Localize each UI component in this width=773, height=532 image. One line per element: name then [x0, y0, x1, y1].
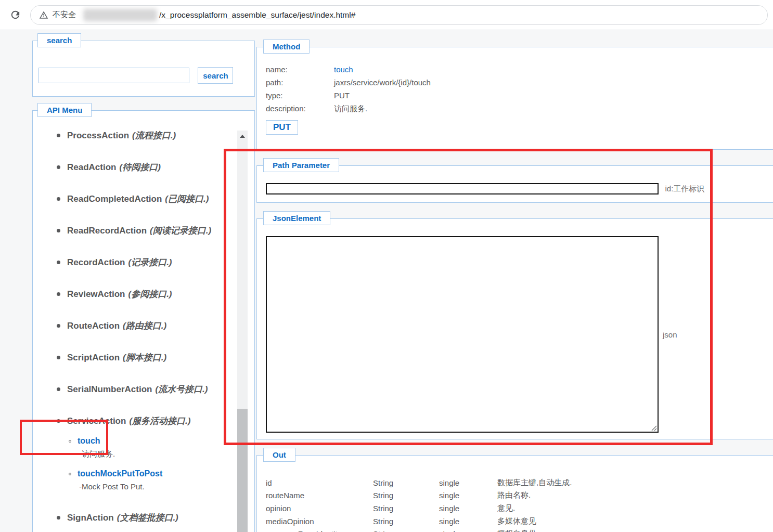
table-cell: id — [266, 478, 373, 487]
table-cell: 多媒体意见 — [497, 516, 773, 526]
menu-item-zh-label: (参阅接口.) — [128, 289, 172, 299]
table-cell: single — [439, 478, 497, 487]
menu-item-name: ScriptAction — [67, 353, 120, 362]
menu-item-zh-label: (记录接口.) — [128, 257, 172, 267]
put-execute-button[interactable]: PUT — [266, 120, 298, 135]
json-body-textarea[interactable] — [266, 236, 659, 433]
method-kv-label: name: — [266, 63, 334, 76]
reload-icon — [9, 9, 21, 21]
menu-item-name: ServiceAction — [67, 416, 126, 426]
table-cell: single — [439, 504, 497, 513]
menu-item-zh-label: (路由接口.) — [123, 321, 166, 331]
table-cell: single — [439, 517, 497, 526]
api-menu-legend: API Menu — [37, 103, 92, 117]
menu-scrollbar[interactable] — [237, 131, 248, 532]
table-cell: single — [439, 529, 497, 532]
bullet-icon — [57, 516, 60, 520]
table-cell: 数据库主键,自动生成. — [497, 478, 773, 488]
json-element-panel: JsonElement json — [256, 218, 773, 439]
out-panel: Out idStringsingle数据库主键,自动生成.routeNameSt… — [256, 455, 773, 532]
bullet-icon — [57, 419, 60, 423]
menu-item-name: ReviewAction — [67, 289, 125, 299]
method-kv-row: type:PUT — [266, 89, 773, 102]
textarea-resize-handle[interactable] — [651, 425, 657, 431]
sidebar-item-reviewaction[interactable]: ReviewAction(参阅接口.) — [57, 288, 244, 301]
method-kv-value: touch — [334, 65, 353, 74]
bullet-icon — [57, 324, 60, 328]
sidebar-item-readrecordaction[interactable]: ReadRecordAction(阅读记录接口.) — [57, 225, 244, 237]
table-cell: String — [373, 517, 439, 526]
method-rows: name:touchpath:jaxrs/service/work/{id}/t… — [266, 63, 773, 115]
sidebar-item-routeaction[interactable]: RouteAction(路由接口.) — [57, 320, 244, 332]
table-row: mediaOpinionStringsingle多媒体意见 — [266, 515, 773, 528]
reload-button[interactable] — [5, 5, 25, 25]
sidebar-item-scriptaction[interactable]: ScriptAction(脚本接口.) — [57, 352, 244, 364]
table-cell: String — [373, 529, 439, 532]
menu-item-zh-label: (阅读记录接口.) — [150, 226, 211, 236]
api-menu-list: ProcessAction(流程接口.)ReadAction(待阅接口)Read… — [57, 129, 244, 524]
method-panel: Method name:touchpath:jaxrs/service/work… — [256, 47, 773, 150]
table-cell: mediaOpinion — [266, 517, 373, 526]
circle-bullet-icon — [69, 440, 71, 443]
method-kv-label: path: — [266, 76, 334, 89]
sidebar-item-serialnumberaction[interactable]: SerialNumberAction(流水号接口.) — [57, 383, 244, 396]
api-menu-panel: API Menu ProcessAction(流程接口.)ReadAction(… — [32, 110, 255, 532]
method-description: -访问服务. — [79, 448, 244, 460]
bullet-icon — [57, 356, 60, 359]
method-kv-value: 访问服务. — [334, 104, 367, 113]
table-row: routeNameStringsingle路由名称. — [266, 489, 773, 502]
menu-item-name: RouteAction — [67, 321, 120, 331]
menu-item-zh-label: (脚本接口.) — [123, 353, 166, 362]
table-cell: 意见. — [497, 503, 773, 513]
sidebar-item-signaction[interactable]: SignAction(文档签批接口.) — [57, 512, 244, 524]
menu-item-zh-label: (已阅接口.) — [165, 194, 209, 204]
bullet-icon — [57, 134, 60, 137]
method-kv-row: description:访问服务. — [266, 102, 773, 115]
table-row: empowerFromIdentityStringsingle授权自身份 — [266, 527, 773, 532]
table-cell: single — [439, 491, 497, 500]
method-link-touch[interactable]: touch — [78, 436, 100, 445]
bullet-icon — [57, 261, 60, 264]
json-element-legend: JsonElement — [263, 211, 330, 225]
menu-item-name: ProcessAction — [67, 131, 129, 140]
out-panel-legend: Out — [263, 448, 295, 462]
scrollbar-thumb[interactable] — [237, 409, 248, 532]
sidebar-item-serviceaction[interactable]: ServiceAction(服务活动接口.)touch-访问服务.touchMo… — [57, 415, 244, 492]
menu-item-zh-label: (待阅接口) — [119, 162, 160, 172]
out-table: idStringsingle数据库主键,自动生成.routeNameString… — [266, 476, 773, 532]
left-column: search search API Menu ProcessAction(流程接… — [32, 30, 255, 532]
menu-item-name: SignAction — [67, 513, 114, 523]
menu-item-name: RecordAction — [67, 257, 125, 267]
table-cell: empowerFromIdentity — [266, 529, 373, 532]
sub-method-list: touch-访问服务.touchMockPutToPost-Mock Post … — [69, 435, 244, 492]
sidebar-item-processaction[interactable]: ProcessAction(流程接口.) — [57, 129, 244, 142]
table-cell: String — [373, 504, 439, 513]
table-cell: 授权自身份 — [497, 529, 773, 532]
sidebar-item-readaction[interactable]: ReadAction(待阅接口) — [57, 161, 244, 174]
path-parameter-label: id:工作标识 — [665, 184, 704, 193]
address-bar[interactable]: 不安全 /x_processplatform_assemble_surface/… — [30, 5, 768, 25]
method-kv-value: PUT — [334, 91, 350, 100]
method-kv-label: description: — [266, 102, 334, 115]
sidebar-item-recordaction[interactable]: RecordAction(记录接口.) — [57, 256, 244, 269]
bullet-icon — [57, 165, 60, 169]
search-input[interactable] — [38, 68, 189, 83]
method-link-touchmockputtopost[interactable]: touchMockPutToPost — [78, 469, 162, 478]
menu-item-name: ReadCompletedAction — [67, 194, 162, 204]
table-cell: routeName — [266, 491, 373, 500]
right-column: Method name:touchpath:jaxrs/service/work… — [256, 30, 773, 532]
scroll-up-button[interactable] — [237, 131, 248, 142]
not-secure-warning-icon — [39, 10, 48, 20]
table-cell: 路由名称. — [497, 490, 773, 500]
path-parameter-id-input[interactable] — [266, 183, 659, 194]
scroll-up-arrow-icon — [240, 135, 245, 138]
table-cell: opinion — [266, 504, 373, 513]
menu-item-name: ReadAction — [67, 162, 116, 172]
table-row: idStringsingle数据库主键,自动生成. — [266, 476, 773, 489]
search-button[interactable]: search — [198, 67, 233, 84]
method-panel-legend: Method — [263, 40, 310, 54]
search-panel-legend: search — [37, 33, 81, 47]
menu-item-zh-label: (流水号接口.) — [155, 384, 208, 394]
browser-toolbar: 不安全 /x_processplatform_assemble_surface/… — [0, 0, 773, 30]
sidebar-item-readcompletedaction[interactable]: ReadCompletedAction(已阅接口.) — [57, 193, 244, 205]
